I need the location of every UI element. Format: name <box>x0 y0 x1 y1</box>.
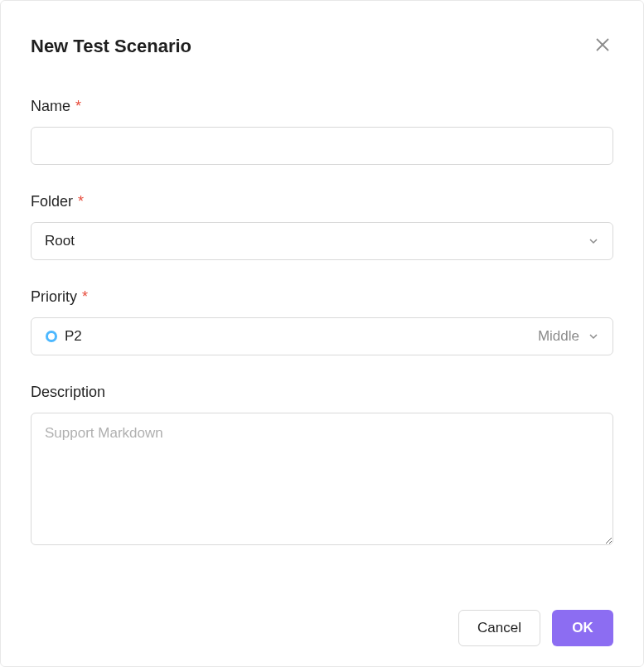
priority-select[interactable]: P2 Middle <box>31 317 613 355</box>
priority-suffix: Middle <box>538 328 579 345</box>
name-input[interactable] <box>31 127 613 165</box>
new-test-scenario-dialog: New Test Scenario Name * Folder * Root <box>0 0 644 667</box>
name-label: Name <box>31 98 70 115</box>
required-indicator: * <box>82 288 88 306</box>
description-label: Description <box>31 384 105 401</box>
folder-selected-value: Root <box>45 233 75 249</box>
folder-field-group: Folder * Root <box>31 193 613 260</box>
chevron-down-icon <box>588 235 599 247</box>
cancel-button[interactable]: Cancel <box>458 610 540 646</box>
required-indicator: * <box>75 98 81 115</box>
folder-select[interactable]: Root <box>31 222 613 260</box>
priority-label: Priority <box>31 288 77 306</box>
ok-button[interactable]: OK <box>552 610 613 646</box>
priority-field-group: Priority * P2 Middle <box>31 288 613 355</box>
priority-selected-value: P2 <box>65 328 82 345</box>
close-button[interactable] <box>592 34 613 58</box>
description-textarea[interactable] <box>31 413 613 545</box>
name-field-group: Name * <box>31 98 613 165</box>
folder-label: Folder <box>31 193 73 210</box>
close-icon <box>595 37 610 56</box>
dialog-header: New Test Scenario <box>31 34 613 58</box>
chevron-down-icon <box>588 331 599 342</box>
dialog-title: New Test Scenario <box>31 36 191 57</box>
svg-point-2 <box>47 332 56 341</box>
priority-icon <box>45 330 58 343</box>
description-field-group: Description <box>31 384 613 549</box>
required-indicator: * <box>78 193 84 210</box>
dialog-footer: Cancel OK <box>458 610 613 646</box>
